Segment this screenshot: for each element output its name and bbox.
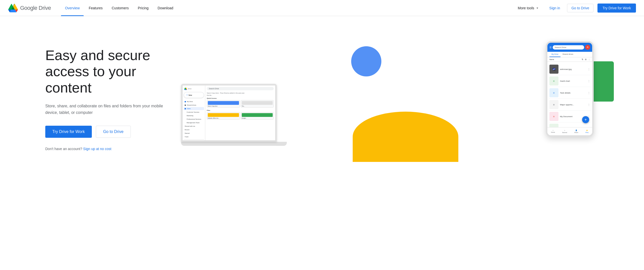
drive-main: Search Drive Sara's Copy done · Priya Sh… — [205, 85, 275, 140]
navbar: Google Drive Overview Features Customers… — [0, 0, 644, 16]
nav-item-overview[interactable]: Overview — [61, 0, 84, 16]
go-to-drive-nav-button[interactable]: Go to Drive — [567, 4, 593, 12]
sidebar-item-recent[interactable]: Recent — [184, 128, 204, 131]
hero-signup: Don't have an account? Sign up at no cos… — [45, 147, 176, 151]
sidebar-divider — [184, 139, 204, 140]
phone-nav-shared[interactable]: 👤 Share — [574, 129, 578, 133]
quick-file-name-1: Sara's Copy.docx — [208, 105, 239, 107]
sidebar-item-starred[interactable]: Starred — [184, 132, 204, 135]
person-icon: 👤 — [575, 129, 577, 131]
chevron-down-icon — [535, 6, 539, 10]
sidebar-item-shared-drives[interactable]: Shared drives — [184, 104, 204, 107]
file-info-major: Major opportu... — [560, 104, 586, 106]
sidebar-item-my-drive[interactable]: My Drive — [184, 100, 204, 103]
shared-drives-icon — [185, 105, 186, 106]
phone-file-row-task[interactable]: ≡ Task details ⋮ — [549, 87, 591, 99]
file-thumb-major: ≡ — [549, 100, 558, 109]
logo-text: Google Drive — [20, 5, 51, 11]
phone-file-row-astronaut[interactable]: 🌌 astronaut.jpg ⋮ — [549, 63, 591, 75]
phone-search-bar[interactable]: Search Drive — [553, 45, 584, 50]
phone-nav-starred[interactable]: ☆ Starred — [562, 129, 567, 133]
phone-tabs: My Drive Shared drives — [547, 52, 592, 57]
file-name-2: Google... — [242, 117, 273, 119]
file-name-task: Task details — [560, 92, 586, 94]
try-drive-nav-button[interactable]: Try Drive for Work — [597, 4, 636, 13]
sidebar-item-professional-services[interactable]: Professional Services — [184, 118, 204, 121]
drive-search-bar[interactable]: Search Drive — [207, 87, 274, 90]
quick-access-grid: Sara's Copy.docx The... — [207, 100, 274, 108]
hero-content: Easy and secure access to your content S… — [45, 47, 176, 151]
more-options-major[interactable]: ⋮ — [588, 103, 590, 106]
logo[interactable]: Google Drive — [8, 4, 51, 12]
sidebar-item-marketing[interactable]: Marketing — [184, 114, 204, 117]
nav-item-customers[interactable]: Customers — [108, 0, 133, 16]
user-avatar[interactable]: R — [585, 45, 590, 50]
sidebar-item-shared-with-me[interactable]: Shared with me — [184, 125, 204, 128]
go-to-drive-hero-button[interactable]: Go to Drive — [96, 126, 131, 138]
nav-item-features[interactable]: Features — [85, 0, 107, 16]
quick-file-thumb-2 — [242, 101, 273, 105]
phone-file-row-gantt[interactable]: ≡ Gantt chart ⋮ — [549, 75, 591, 87]
phone-header: ☰ Search Drive R — [547, 43, 592, 52]
quick-access-item-1[interactable]: Sara's Copy.docx — [207, 100, 240, 108]
drive-sidebar-logo: Drive — [184, 86, 204, 91]
star-icon: ☆ — [564, 129, 565, 131]
drive-sidebar: Drive + New My Drive Shared drives — [183, 85, 205, 140]
phone-mockup: ☰ Search Drive R My Drive Shared drives — [546, 41, 594, 137]
fab-button[interactable]: + — [582, 116, 589, 123]
more-options-icon[interactable]: ⋮ — [588, 58, 590, 61]
files-icon: 📁 — [586, 129, 588, 131]
more-options-gantt[interactable]: ⋮ — [588, 80, 590, 82]
signup-link[interactable]: Sign up at no cost — [83, 147, 111, 151]
sidebar-item-trash[interactable]: Trash — [184, 135, 204, 138]
my-drive-icon — [185, 101, 186, 102]
file-info-my-doc: My Document — [560, 115, 586, 118]
hero-subtitle: Store, share, and collaborate on files a… — [45, 103, 176, 116]
file-info-gantt: Gantt chart — [560, 80, 586, 82]
nav-item-download[interactable]: Download — [153, 0, 177, 16]
activity-section: Sara's Copy done · Priya Sharma added in… — [207, 92, 274, 96]
sign-in-button[interactable]: Sign in — [546, 4, 563, 12]
file-name-astronaut: astronaut.jpg — [560, 68, 586, 70]
google-drive-icon — [8, 4, 18, 12]
quick-file-thumb-1 — [208, 101, 239, 105]
more-options-task[interactable]: ⋮ — [588, 92, 590, 94]
hero-buttons: Try Drive for Work Go to Drive — [45, 126, 176, 138]
file-item-2[interactable]: Google... — [241, 112, 274, 120]
home-icon: ⌂ — [552, 129, 553, 131]
file-thumb-astronaut: 🌌 — [549, 65, 558, 74]
try-drive-hero-button[interactable]: Try Drive for Work — [45, 126, 92, 138]
plus-icon-fab: + — [584, 118, 587, 122]
files-grid: Editable offline doc... Google... — [207, 112, 274, 120]
tab-my-drive[interactable]: My Drive — [549, 52, 560, 57]
file-name-gantt: Gantt chart — [560, 80, 586, 82]
file-thumb-work-list: ≡ — [549, 124, 558, 127]
file-name-1: Editable offline doc... — [208, 117, 239, 119]
laptop-screen: Drive + New My Drive Shared drives — [181, 84, 277, 142]
new-button[interactable]: + New — [184, 92, 204, 98]
grid-view-icon[interactable]: ⊞ — [585, 58, 587, 61]
file-name-major: Major opportu... — [560, 104, 586, 106]
sort-icon[interactable]: ⇅ — [582, 58, 583, 61]
plus-icon: + — [186, 94, 188, 96]
more-tools-button[interactable]: More tools — [515, 4, 542, 12]
sidebar-item-customer-success[interactable]: Customer Success — [184, 111, 204, 114]
quick-access-item-2[interactable]: The... — [241, 100, 274, 108]
phone-file-row-major[interactable]: ≡ Major opportu... ⋮ — [549, 99, 591, 111]
phone-file-row-work-list[interactable]: ≡ Work List_01 ⋮ — [549, 122, 591, 127]
phone-nav-files[interactable]: 📁 Files — [585, 129, 589, 133]
hero-image: Drive + New My Drive Shared drives — [176, 36, 614, 162]
sidebar-item-sales[interactable]: Sales — [184, 107, 204, 110]
phone-nav-home[interactable]: ⌂ Home — [551, 129, 555, 133]
hamburger-icon[interactable]: ☰ — [549, 46, 552, 49]
file-item-1[interactable]: Editable offline doc... — [207, 112, 240, 120]
sidebar-item-backups[interactable]: Backups — [184, 141, 204, 142]
laptop-mockup: Drive + New My Drive Shared drives — [181, 84, 287, 154]
file-name-my-doc: My Document — [560, 115, 586, 118]
nav-item-pricing[interactable]: Pricing — [134, 0, 153, 16]
more-options-astronaut[interactable]: ⋮ — [588, 68, 590, 71]
sidebar-item-management-team[interactable]: Management Team — [184, 121, 204, 124]
tab-shared-drives[interactable]: Shared drives — [560, 52, 575, 57]
activity-label: Sara's Copy done · Priya Sharma added in… — [207, 92, 274, 94]
file-thumb-my-doc: ≡ — [549, 112, 558, 121]
